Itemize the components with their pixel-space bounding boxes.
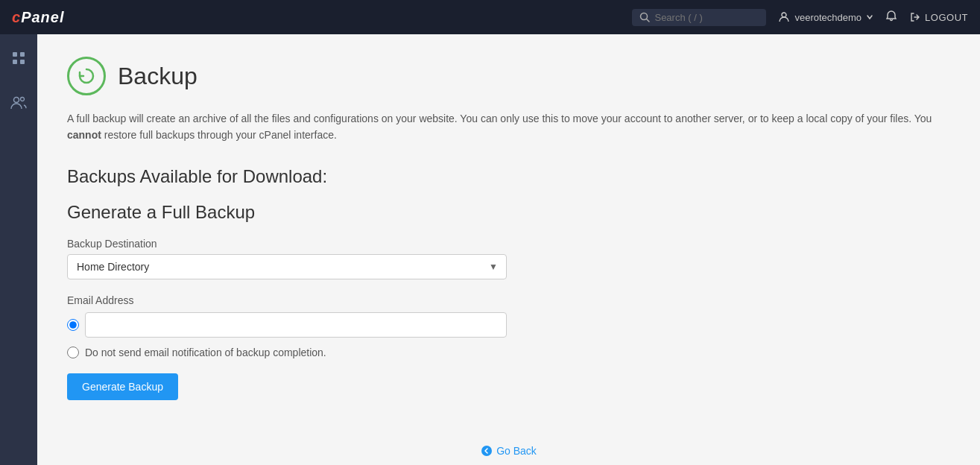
search-box[interactable] — [632, 9, 766, 26]
svg-point-7 — [14, 98, 19, 103]
page-title: Backup — [118, 63, 197, 90]
sidebar-item-users[interactable] — [4, 88, 34, 118]
cpanel-logo: cPanel — [12, 9, 64, 26]
go-back-icon — [481, 445, 493, 457]
page-title-row: Backup — [67, 57, 950, 95]
backups-available-header: Backups Available for Download: — [67, 166, 950, 187]
email-address-label: Email Address — [67, 294, 950, 306]
svg-point-2 — [782, 13, 786, 17]
no-email-radio[interactable] — [67, 347, 79, 358]
logout-button[interactable]: LOGOUT — [909, 11, 968, 23]
svg-point-9 — [481, 446, 492, 456]
search-input[interactable] — [654, 12, 759, 23]
go-back-label: Go Back — [496, 445, 537, 457]
description-text-1: A full backup will create an archive of … — [67, 113, 932, 124]
generate-backup-section: Generate a Full Backup Backup Destinatio… — [67, 202, 950, 400]
main-content: Backup A full backup will create an arch… — [37, 34, 980, 465]
svg-point-8 — [21, 98, 25, 101]
sidebar — [0, 34, 37, 465]
user-icon — [778, 11, 790, 23]
go-back-link[interactable]: Go Back — [481, 445, 537, 457]
svg-rect-3 — [13, 52, 17, 57]
logo-area: cPanel — [12, 9, 64, 26]
sidebar-item-grid[interactable] — [4, 43, 34, 73]
user-menu[interactable]: veerotechdemo — [778, 11, 873, 23]
no-email-row: Do not send email notification of backup… — [67, 347, 950, 358]
logout-icon — [909, 11, 921, 23]
page-description: A full backup will create an archive of … — [67, 110, 950, 144]
search-icon — [639, 12, 650, 22]
email-row — [67, 312, 507, 338]
backup-destination-select[interactable]: Home Directory Remote FTP Server Remote … — [67, 254, 507, 279]
svg-line-1 — [647, 19, 650, 22]
backup-icon — [67, 57, 106, 95]
backup-destination-label: Backup Destination — [67, 238, 950, 250]
go-back-row: Go Back — [67, 445, 950, 459]
generate-backup-button[interactable]: Generate Backup — [67, 373, 178, 400]
email-text-input[interactable] — [85, 312, 507, 338]
email-radio[interactable] — [67, 319, 79, 331]
top-navigation: cPanel veerotechdemo — [0, 0, 980, 34]
svg-rect-6 — [20, 60, 25, 64]
logout-label: LOGOUT — [925, 12, 968, 23]
chevron-down-icon — [866, 13, 873, 21]
svg-rect-4 — [20, 52, 25, 57]
description-text-2: restore full backups through your cPanel… — [101, 129, 337, 141]
notifications-bell[interactable] — [885, 10, 897, 25]
grid-icon — [11, 51, 26, 66]
bell-icon-svg — [885, 10, 897, 22]
generate-backup-header: Generate a Full Backup — [67, 202, 950, 223]
description-bold: cannot — [67, 129, 101, 141]
svg-rect-5 — [13, 60, 17, 64]
topnav-right: veerotechdemo LOGOUT — [632, 9, 968, 26]
no-email-label: Do not send email notification of backup… — [85, 347, 326, 358]
backup-destination-wrapper: Home Directory Remote FTP Server Remote … — [67, 254, 507, 279]
username-label: veerotechdemo — [794, 12, 862, 23]
users-icon — [10, 95, 27, 110]
